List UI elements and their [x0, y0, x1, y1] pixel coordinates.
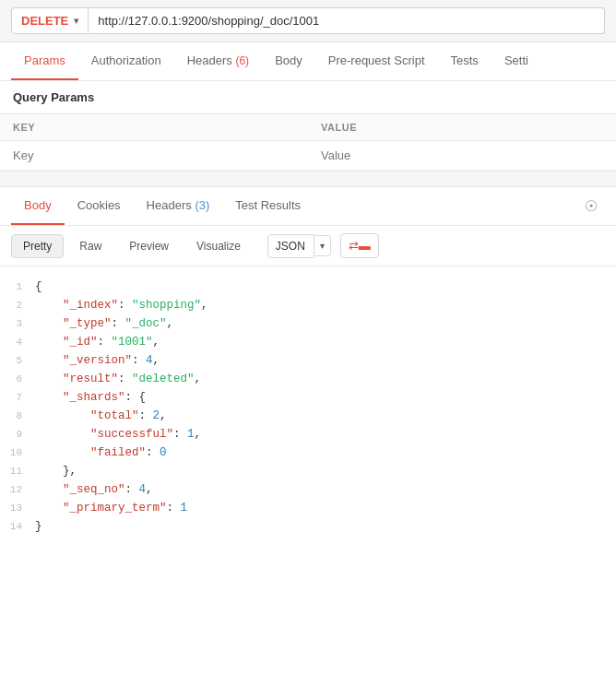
line-number: 13 — [9, 501, 35, 517]
json-line: 11 }, — [0, 462, 616, 480]
line-content: "_id": "1001", — [35, 333, 607, 351]
line-number: 11 — [9, 464, 35, 480]
format-preview-button[interactable]: Preview — [117, 234, 181, 258]
method-label: DELETE — [21, 14, 68, 28]
json-line: 7 "_shards": { — [0, 388, 616, 407]
line-content: "_type": "_doc", — [35, 314, 607, 333]
json-select[interactable]: JSON — [267, 234, 314, 258]
json-body: 1{2 "_index": "shopping",3 "_type": "_do… — [0, 266, 616, 547]
format-raw-button[interactable]: Raw — [67, 234, 113, 258]
line-content: "_index": "shopping", — [35, 296, 607, 314]
json-line: 2 "_index": "shopping", — [0, 296, 616, 314]
response-tab-headers[interactable]: Headers (3) — [134, 187, 223, 225]
tab-body[interactable]: Body — [262, 42, 315, 80]
query-params-section: Query Params — [0, 81, 616, 113]
line-number: 4 — [9, 335, 35, 351]
response-tab-test-results[interactable]: Test Results — [222, 187, 314, 225]
line-number: 5 — [9, 353, 35, 370]
globe-icon[interactable]: ☉ — [577, 190, 605, 222]
line-number: 1 — [9, 279, 35, 296]
json-line: 1{ — [0, 278, 616, 296]
section-divider — [0, 171, 616, 187]
tab-authorization[interactable]: Authorization — [78, 42, 174, 80]
line-number: 3 — [9, 316, 35, 333]
format-bar: Pretty Raw Preview Visualize JSON ▾ ⇄▬ — [0, 226, 616, 266]
line-number: 12 — [9, 482, 35, 499]
request-tabs: Params Authorization Headers (6) Body Pr… — [0, 42, 616, 81]
url-bar: DELETE ▾ — [0, 0, 616, 42]
method-selector[interactable]: DELETE ▾ — [11, 7, 89, 34]
json-chevron-icon[interactable]: ▾ — [314, 235, 331, 256]
line-content: "_shards": { — [35, 388, 607, 407]
line-content: "result": "deleted", — [35, 370, 607, 388]
url-input[interactable] — [89, 7, 605, 34]
line-content: "total": 2, — [35, 407, 607, 425]
json-line: 13 "_primary_term": 1 — [0, 499, 616, 517]
line-number: 8 — [9, 408, 35, 425]
response-tabs: Body Cookies Headers (3) Test Results ☉ — [0, 187, 616, 226]
json-line: 9 "successful": 1, — [0, 425, 616, 444]
json-line: 14} — [0, 517, 616, 536]
line-number: 9 — [9, 427, 35, 444]
tab-params[interactable]: Params — [11, 42, 78, 80]
json-line: 3 "_type": "_doc", — [0, 314, 616, 333]
tab-tests[interactable]: Tests — [438, 42, 492, 80]
value-input[interactable] — [321, 148, 603, 162]
json-line: 8 "total": 2, — [0, 407, 616, 425]
col-key: KEY — [0, 114, 308, 141]
line-number: 6 — [9, 372, 35, 388]
tab-headers[interactable]: Headers (6) — [174, 42, 262, 80]
col-value: VALUE — [308, 114, 616, 141]
params-table: KEY VALUE — [0, 113, 616, 171]
json-line: 6 "result": "deleted", — [0, 370, 616, 388]
line-content: { — [35, 278, 607, 296]
response-tab-cookies[interactable]: Cookies — [65, 187, 134, 225]
wrap-button[interactable]: ⇄▬ — [340, 233, 379, 258]
tab-prerequest-script[interactable]: Pre-request Script — [315, 42, 438, 80]
table-row — [0, 141, 616, 171]
line-number: 14 — [9, 519, 35, 536]
line-content: "_version": 4, — [35, 351, 607, 370]
json-format-selector: JSON ▾ — [267, 234, 331, 258]
line-content: "_seq_no": 4, — [35, 480, 607, 499]
method-chevron-icon: ▾ — [74, 16, 78, 26]
line-content: } — [35, 517, 607, 536]
line-content: "failed": 0 — [35, 444, 607, 462]
json-line: 12 "_seq_no": 4, — [0, 480, 616, 499]
line-number: 2 — [9, 298, 35, 314]
json-line: 5 "_version": 4, — [0, 351, 616, 370]
format-visualize-button[interactable]: Visualize — [184, 234, 253, 258]
key-input[interactable] — [13, 148, 295, 162]
tab-settings[interactable]: Setti — [492, 42, 541, 80]
line-content: }, — [35, 462, 607, 480]
response-tab-body[interactable]: Body — [11, 187, 65, 225]
json-line: 4 "_id": "1001", — [0, 333, 616, 351]
format-pretty-button[interactable]: Pretty — [11, 234, 64, 258]
line-number: 7 — [9, 390, 35, 407]
line-number: 10 — [9, 445, 35, 462]
line-content: "_primary_term": 1 — [35, 499, 607, 517]
line-content: "successful": 1, — [35, 425, 607, 444]
json-line: 10 "failed": 0 — [0, 444, 616, 462]
